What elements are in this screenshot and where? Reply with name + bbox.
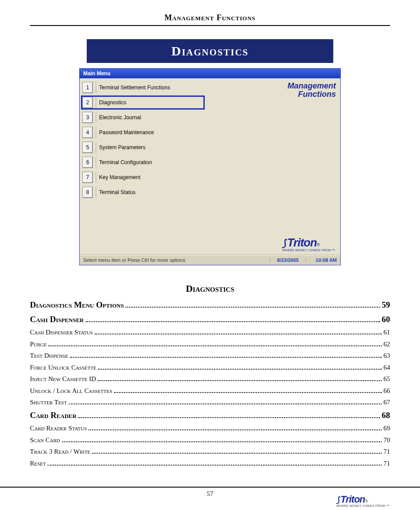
status-date: 8/23/2005: [270, 257, 306, 263]
menu-item[interactable]: 3Electronic Journal: [82, 112, 203, 123]
menu-item-label: Terminal Configuration: [96, 157, 203, 168]
toc-leader: [78, 412, 380, 418]
menu-item-number-button[interactable]: 1: [82, 82, 93, 93]
menu-item[interactable]: 1Terminal Settlement Functions: [82, 82, 203, 93]
chapter-banner: Diagnostics: [87, 39, 333, 63]
menu-item-number-button[interactable]: 4: [82, 127, 93, 138]
toc-entry[interactable]: Test Dispense 63: [30, 351, 390, 361]
toc-entry[interactable]: Card Reader Status 69: [30, 423, 390, 433]
menu-item[interactable]: 5System Parameters: [82, 142, 203, 153]
menu-item-number-button[interactable]: 6: [82, 157, 93, 168]
toc-leader: [98, 375, 382, 381]
toc-leader: [69, 398, 382, 404]
toc-entry-page: 59: [382, 299, 390, 312]
toc-entry-label: Inject New Cassette ID: [30, 374, 96, 384]
window-body: 1Terminal Settlement Functions2Diagnosti…: [80, 78, 340, 255]
toc-entry[interactable]: Force Unlock Cassette 64: [30, 363, 390, 373]
menu-item-label: Key Management: [96, 172, 203, 183]
menu-item-label: Terminal Status: [96, 187, 203, 198]
toc-entry[interactable]: Cash Dispenser Status 61: [30, 327, 390, 338]
window-titlebar: Main Menu: [80, 69, 340, 78]
toc-entry-page: 69: [383, 423, 390, 433]
toc-leader: [98, 363, 382, 370]
status-hint: Select menu item or Press Ctrl for more …: [80, 257, 270, 263]
toc-entry-label: Diagnostics Menu Options: [30, 299, 124, 312]
toc-entry-page: 65: [383, 374, 390, 384]
registered-icon: ®: [365, 499, 368, 503]
triton-logo-word: Triton: [340, 494, 365, 505]
toc-entry-label: Track 3 Read / Write: [30, 447, 90, 457]
triton-logo-icon: ⟆: [336, 495, 339, 505]
status-time: 10:08 AM: [306, 257, 340, 263]
toc-entry-label: Cash Dispenser Status: [30, 327, 93, 338]
toc-entry[interactable]: Card Reader 68: [30, 409, 390, 422]
status-bar: Select menu item or Press Ctrl for more …: [80, 255, 340, 265]
toc-entry-label: Card Reader Status: [30, 423, 87, 433]
menu-item-label: Terminal Settlement Functions: [96, 82, 203, 93]
running-header: Management Functions: [30, 13, 390, 26]
toc-entry-label: Shutter Test: [30, 397, 67, 407]
toc-entry-label: Test Dispense: [30, 351, 68, 361]
toc-entry-page: 64: [383, 363, 390, 373]
toc-entry[interactable]: Inject New Cassette ID 65: [30, 374, 390, 384]
table-of-contents: Diagnostics Menu Options 59Cash Dispense…: [30, 299, 390, 468]
menu-item-label: Diagnostics: [96, 97, 203, 108]
menu-item[interactable]: 4Password Maintenance: [82, 127, 203, 138]
menu-item[interactable]: 7Key Management: [82, 172, 203, 183]
toc-entry[interactable]: Unlock / Lock All Cassettes 66: [30, 386, 390, 396]
footer-triton-logo: ⟆ Triton ® WHERE MONEY COMES FROM.™: [336, 494, 389, 507]
triton-logo-word: Triton: [287, 236, 317, 249]
toc-entry-label: Force Unlock Cassette: [30, 363, 96, 373]
menu-item-label: System Parameters: [96, 142, 203, 153]
toc-entry[interactable]: Reset 71: [30, 459, 390, 469]
toc-entry-page: 71: [383, 447, 390, 457]
toc-leader: [125, 301, 380, 308]
toc-entry[interactable]: Track 3 Read / Write 71: [30, 447, 390, 457]
menu-item[interactable]: 6Terminal Configuration: [82, 157, 203, 168]
toc-leader: [92, 448, 382, 454]
menu-item[interactable]: 8Terminal Status: [82, 187, 203, 198]
toc-entry-label: Purge: [30, 339, 47, 349]
toc-entry-label: Reset: [30, 459, 46, 469]
toc-entry-page: 67: [383, 397, 390, 407]
toc-leader: [86, 316, 380, 322]
triton-logo-tagline: WHERE MONEY COMES FROM.™: [336, 504, 389, 507]
menu-item-label: Electronic Journal: [96, 112, 203, 123]
toc-entry[interactable]: Scan Card 70: [30, 435, 390, 445]
toc-entry[interactable]: Diagnostics Menu Options 59: [30, 299, 390, 312]
toc-entry-page: 71: [383, 459, 390, 469]
menu-item-label: Password Maintenance: [96, 127, 203, 138]
toc-entry[interactable]: Shutter Test 67: [30, 397, 390, 407]
toc-entry-page: 61: [383, 327, 390, 338]
main-menu-list: 1Terminal Settlement Functions2Diagnosti…: [82, 82, 203, 202]
toc-entry[interactable]: Purge 62: [30, 339, 390, 349]
toc-entry-label: Scan Card: [30, 435, 60, 445]
menu-item-number-button[interactable]: 5: [82, 142, 93, 153]
menu-item-number-button[interactable]: 7: [82, 172, 93, 183]
toc-title: Diagnostics: [30, 283, 390, 294]
triton-logo-icon: ⟆: [282, 238, 286, 249]
toc-entry-page: 60: [382, 313, 390, 326]
triton-logo-tagline: WHERE MONEY COMES FROM.™: [282, 249, 335, 252]
document-page: Management Functions Diagnostics Main Me…: [0, 0, 420, 510]
registered-icon: ®: [317, 242, 320, 247]
toc-entry-page: 70: [383, 435, 390, 445]
toc-leader: [95, 328, 382, 334]
toc-leader: [70, 352, 382, 358]
toc-entry-label: Cash Dispenser: [30, 313, 84, 326]
toc-leader: [114, 387, 382, 393]
toc-entry-label: Unlock / Lock All Cassettes: [30, 386, 112, 396]
menu-item[interactable]: 2Diagnostics: [82, 97, 203, 108]
toc-entry[interactable]: Cash Dispenser 60: [30, 313, 390, 326]
toc-entry-page: 62: [383, 339, 390, 349]
toc-leader: [62, 436, 382, 442]
management-functions-label: ManagementFunctions: [287, 82, 336, 99]
toc-leader: [48, 459, 382, 466]
menu-item-number-button[interactable]: 2: [82, 97, 93, 108]
toc-entry-page: 68: [382, 409, 390, 422]
menu-item-number-button[interactable]: 3: [82, 112, 93, 123]
embedded-screenshot: Main Menu 1Terminal Settlement Functions…: [79, 68, 341, 265]
toc-leader: [88, 424, 382, 430]
toc-entry-label: Card Reader: [30, 409, 77, 422]
menu-item-number-button[interactable]: 8: [82, 187, 93, 198]
